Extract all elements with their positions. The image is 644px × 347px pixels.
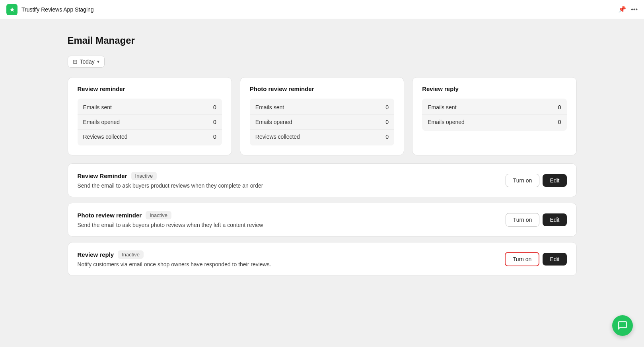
photo-review-reminder-row: Photo review reminderInactiveSend the em… — [68, 203, 577, 237]
stats-row-value: 0 — [213, 134, 216, 140]
review-reminder-row-edit-button[interactable]: Edit — [543, 174, 566, 187]
review-reply-row-actions: Turn onEdit — [505, 252, 567, 266]
stats-row-item: Emails sent0 — [78, 100, 222, 114]
logo-letter: ★ — [10, 6, 15, 13]
app-title: Trustify Reviews App Staging — [21, 6, 94, 13]
stats-row-item: Reviews collected0 — [250, 129, 394, 144]
photo-review-reminder-row-header: Photo review reminderInactive — [78, 211, 506, 219]
pin-icon[interactable]: 📌 — [618, 6, 626, 13]
stats-row-value: 0 — [558, 119, 561, 125]
review-reply-row-header: Review replyInactive — [78, 250, 505, 259]
photo-review-reminder-row-left: Photo review reminderInactiveSend the em… — [78, 211, 506, 228]
review-reminder-row: Review ReminderInactiveSend the email to… — [68, 163, 577, 197]
email-section: Review ReminderInactiveSend the email to… — [68, 163, 577, 276]
review-reminder-row-status-badge: Inactive — [131, 172, 157, 180]
review-reminder-row-actions: Turn onEdit — [506, 174, 567, 187]
photo-review-reminder-row-name: Photo review reminder — [78, 212, 142, 219]
main-content: Email Manager ⊟ Today ▾ Review reminderE… — [44, 19, 601, 292]
review-reply-card-inner: Emails sent0Emails opened0 — [422, 99, 566, 131]
review-reminder-row-description: Send the email to ask buyers product rev… — [78, 182, 506, 189]
stats-row-value: 0 — [385, 104, 389, 110]
stats-row-label: Emails sent — [255, 104, 284, 110]
more-options-icon[interactable]: ••• — [631, 6, 638, 13]
photo-review-reminder-card: Photo review reminderEmails sent0Emails … — [240, 77, 404, 155]
stats-row-value: 0 — [213, 104, 216, 110]
stats-cards-row: Review reminderEmails sent0Emails opened… — [68, 77, 577, 155]
topbar-left: ★ Trustify Reviews App Staging — [6, 4, 94, 15]
topbar: ★ Trustify Reviews App Staging 📌 ••• — [0, 0, 644, 19]
stats-row-item: Emails opened0 — [78, 114, 222, 129]
photo-review-reminder-card-inner: Emails sent0Emails opened0Reviews collec… — [250, 99, 394, 145]
stats-row-label: Emails sent — [428, 104, 456, 110]
photo-review-reminder-row-description: Send the email to ask buyers photo revie… — [78, 222, 506, 228]
photo-review-reminder-row-turn-on-button[interactable]: Turn on — [506, 213, 540, 227]
stats-row-item: Emails sent0 — [250, 100, 394, 114]
review-reply-card-title: Review reply — [422, 85, 566, 92]
chat-icon — [617, 320, 628, 331]
app-logo: ★ — [6, 4, 18, 15]
review-reply-row: Review replyInactiveNotify customers via… — [68, 242, 577, 276]
stats-row-item: Emails opened0 — [250, 114, 394, 129]
stats-row-label: Reviews collected — [255, 134, 300, 140]
stats-row-value: 0 — [385, 134, 389, 140]
stats-row-label: Reviews collected — [83, 134, 128, 140]
review-reply-row-status-badge: Inactive — [118, 250, 144, 259]
photo-review-reminder-row-actions: Turn onEdit — [506, 213, 567, 227]
stats-row-label: Emails opened — [83, 119, 120, 125]
stats-row-label: Emails opened — [255, 119, 292, 125]
review-reminder-row-header: Review ReminderInactive — [78, 172, 506, 180]
review-reminder-card: Review reminderEmails sent0Emails opened… — [68, 77, 232, 155]
date-filter-button[interactable]: ⊟ Today ▾ — [68, 56, 105, 68]
review-reply-row-turn-on-button[interactable]: Turn on — [505, 252, 540, 266]
review-reply-row-name: Review reply — [78, 251, 114, 258]
stats-row-label: Emails opened — [428, 119, 465, 125]
stats-row-item: Emails opened0 — [422, 114, 566, 129]
stats-row-item: Reviews collected0 — [78, 129, 222, 144]
stats-row-value: 0 — [558, 104, 561, 110]
chat-button[interactable] — [612, 315, 633, 336]
review-reminder-card-title: Review reminder — [78, 85, 222, 92]
chevron-down-icon: ▾ — [97, 59, 99, 64]
photo-review-reminder-card-title: Photo review reminder — [250, 85, 394, 92]
stats-row-value: 0 — [213, 119, 216, 125]
review-reply-row-description: Notify customers via email once shop own… — [78, 261, 505, 268]
stats-row-item: Emails sent0 — [422, 100, 566, 114]
review-reminder-row-left: Review ReminderInactiveSend the email to… — [78, 172, 506, 189]
date-filter-label: Today — [80, 58, 95, 65]
review-reminder-card-inner: Emails sent0Emails opened0Reviews collec… — [78, 99, 222, 145]
topbar-right: 📌 ••• — [618, 6, 638, 13]
review-reply-row-left: Review replyInactiveNotify customers via… — [78, 250, 505, 268]
stats-row-label: Emails sent — [83, 104, 112, 110]
review-reply-row-edit-button[interactable]: Edit — [543, 253, 566, 266]
page-title: Email Manager — [68, 35, 577, 46]
review-reminder-row-name: Review Reminder — [78, 173, 127, 179]
review-reply-card: Review replyEmails sent0Emails opened0 — [412, 77, 576, 155]
calendar-icon: ⊟ — [73, 58, 78, 65]
stats-row-value: 0 — [385, 119, 389, 125]
photo-review-reminder-row-edit-button[interactable]: Edit — [543, 213, 566, 226]
review-reminder-row-turn-on-button[interactable]: Turn on — [506, 174, 540, 187]
photo-review-reminder-row-status-badge: Inactive — [146, 211, 171, 219]
